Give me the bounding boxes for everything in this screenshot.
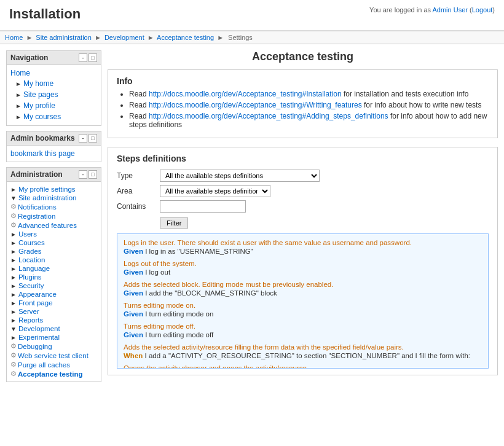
- info-list: Read http://docs.moodle.org/dev/Acceptan…: [117, 90, 489, 129]
- nav-block-config[interactable]: □: [89, 53, 97, 62]
- users-arrow: ►: [10, 231, 17, 238]
- my-courses-arrow: ►: [15, 114, 22, 120]
- admin-location[interactable]: ► Location: [10, 256, 97, 264]
- navigation-block-header: Navigation - □: [7, 51, 101, 65]
- admin-reports[interactable]: ► Reports: [10, 316, 97, 324]
- admin-front-page[interactable]: ► Front page: [10, 299, 97, 307]
- admin-server[interactable]: ► Server: [10, 307, 97, 316]
- breadcrumb-acceptance-testing[interactable]: Acceptance testing: [157, 34, 214, 41]
- filter-button[interactable]: Filter: [160, 217, 188, 229]
- admin-advanced-features[interactable]: ⚙ Advanced features: [10, 221, 97, 230]
- logged-in-info: You are logged in as Admin User (Logout): [369, 6, 495, 14]
- admin-grades[interactable]: ► Grades: [10, 247, 97, 256]
- nav-my-home-link[interactable]: My home: [23, 79, 53, 88]
- admin-minimize[interactable]: -: [79, 170, 87, 179]
- admin-config[interactable]: □: [89, 170, 97, 179]
- nav-site-pages-link[interactable]: Site pages: [23, 90, 58, 100]
- reports-arrow: ►: [10, 317, 17, 324]
- admin-bookmarks-block: Admin bookmarks - □ bookmark this page: [6, 131, 101, 162]
- admin-development[interactable]: ▼ Development: [10, 324, 97, 333]
- web-service-gear-icon: ⚙: [10, 351, 17, 359]
- admin-site-admin[interactable]: ▼ Site administration: [10, 194, 97, 202]
- bookmarks-minimize[interactable]: -: [79, 134, 87, 143]
- nav-my-courses-link[interactable]: My courses: [23, 112, 61, 122]
- admin-appearance[interactable]: ► Appearance: [10, 290, 97, 299]
- logout-link[interactable]: Logout: [472, 6, 493, 14]
- nav-block-minimize[interactable]: -: [79, 53, 87, 62]
- info-link-3[interactable]: http://docs.moodle.org/dev/Acceptance_te…: [149, 112, 388, 120]
- contains-input[interactable]: [160, 200, 246, 213]
- steps-form: Type All the available steps definitions…: [117, 170, 489, 229]
- administration-block-header: Administration - □: [7, 168, 101, 182]
- type-label: Type: [117, 171, 160, 180]
- admin-plugins[interactable]: ► Plugins: [10, 273, 97, 281]
- area-row: Area All the available steps definitions: [117, 185, 489, 197]
- step-item-7: Opens the activity chooser and opens the…: [124, 364, 482, 369]
- content-title: Acceptance testing: [108, 50, 498, 63]
- breadcrumb-site-admin[interactable]: Site administration: [36, 34, 92, 41]
- type-row: Type All the available steps definitions: [117, 170, 489, 182]
- type-select[interactable]: All the available steps definitions: [160, 170, 320, 182]
- front-page-arrow: ►: [10, 300, 17, 307]
- step-item-2: Logs out of the system. Given I log out: [124, 260, 482, 276]
- grades-arrow: ►: [10, 248, 17, 255]
- server-arrow: ►: [10, 308, 17, 315]
- admin-registration[interactable]: ⚙ Registration: [10, 211, 97, 221]
- admin-experimental[interactable]: ► Experimental: [10, 333, 97, 342]
- steps-title: Steps definitions: [117, 154, 489, 163]
- breadcrumb-home[interactable]: Home: [5, 34, 23, 41]
- breadcrumb-development[interactable]: Development: [104, 34, 144, 41]
- bookmarks-config[interactable]: □: [89, 134, 97, 143]
- contains-row: Contains: [117, 200, 489, 213]
- advanced-features-gear-icon: ⚙: [10, 221, 17, 229]
- steps-section: Steps definitions Type All the available…: [108, 147, 498, 375]
- admin-web-service-test-client[interactable]: ⚙ Web service test client: [10, 351, 97, 360]
- info-link-1[interactable]: http://docs.moodle.org/dev/Acceptance_te…: [149, 90, 342, 98]
- admin-user-link[interactable]: Admin User: [432, 6, 467, 14]
- site-pages-arrow: ►: [15, 92, 22, 98]
- experimental-arrow: ►: [10, 334, 17, 341]
- info-item-1: Read http://docs.moodle.org/dev/Acceptan…: [129, 90, 489, 98]
- info-title: Info: [117, 76, 489, 86]
- admin-notifications[interactable]: ⚙ Notifications: [10, 202, 97, 211]
- step-item-6: Adds the selected activity/resource fill…: [124, 343, 482, 359]
- sidebar: Navigation - □ Home ► My home ► Site pag…: [6, 50, 101, 387]
- development-arrow-down: ▼: [10, 326, 17, 332]
- page-title: Installation: [9, 6, 81, 22]
- content-area: Acceptance testing Info Read http://docs…: [108, 50, 498, 387]
- admin-my-profile-settings[interactable]: ► My profile settings: [10, 185, 97, 194]
- admin-debugging[interactable]: ⚙ Debugging: [10, 342, 97, 351]
- nav-my-profile-link[interactable]: My profile: [23, 101, 55, 111]
- step-item-5: Turns editing mode off. Given I turn edi…: [124, 323, 482, 338]
- area-select[interactable]: All the available steps definitions: [160, 185, 270, 197]
- info-link-2[interactable]: http://docs.moodle.org/dev/Acceptance_te…: [149, 101, 362, 109]
- my-home-arrow: ►: [15, 80, 22, 87]
- info-item-2: Read http://docs.moodle.org/dev/Acceptan…: [129, 101, 489, 109]
- courses-arrow: ►: [10, 240, 17, 246]
- area-label: Area: [117, 187, 160, 195]
- debugging-gear-icon: ⚙: [10, 342, 17, 350]
- breadcrumb: Home ► Site administration ► Development…: [0, 31, 504, 44]
- step-item-1: Logs in the user. There should exist a u…: [124, 239, 482, 255]
- admin-acceptance-testing[interactable]: ⚙ Acceptance testing: [10, 369, 97, 378]
- step-item-4: Turns editing mode on. Given I turn edit…: [124, 302, 482, 318]
- admin-security[interactable]: ► Security: [10, 281, 97, 290]
- admin-users[interactable]: ► Users: [10, 230, 97, 238]
- navigation-block: Navigation - □ Home ► My home ► Site pag…: [6, 50, 101, 126]
- admin-courses[interactable]: ► Courses: [10, 238, 97, 247]
- bookmark-page-link[interactable]: bookmark this page: [10, 149, 97, 158]
- purge-caches-gear-icon: ⚙: [10, 361, 17, 369]
- nav-home-link[interactable]: Home: [10, 68, 97, 78]
- administration-block: Administration - □ ► My profile settings…: [6, 167, 101, 382]
- location-arrow: ►: [10, 257, 17, 264]
- admin-purge-all-caches[interactable]: ⚙ Purge all caches: [10, 360, 97, 369]
- steps-list: Logs in the user. There should exist a u…: [117, 233, 489, 369]
- security-arrow: ►: [10, 283, 17, 289]
- my-profile-settings-arrow: ►: [10, 186, 17, 193]
- step-item-3: Adds the selected block. Editing mode mu…: [124, 281, 482, 297]
- admin-language[interactable]: ► Language: [10, 264, 97, 273]
- contains-label: Contains: [117, 202, 160, 211]
- info-item-3: Read http://docs.moodle.org/dev/Acceptan…: [129, 112, 489, 129]
- plugins-arrow: ►: [10, 274, 17, 281]
- my-profile-arrow: ►: [15, 103, 22, 109]
